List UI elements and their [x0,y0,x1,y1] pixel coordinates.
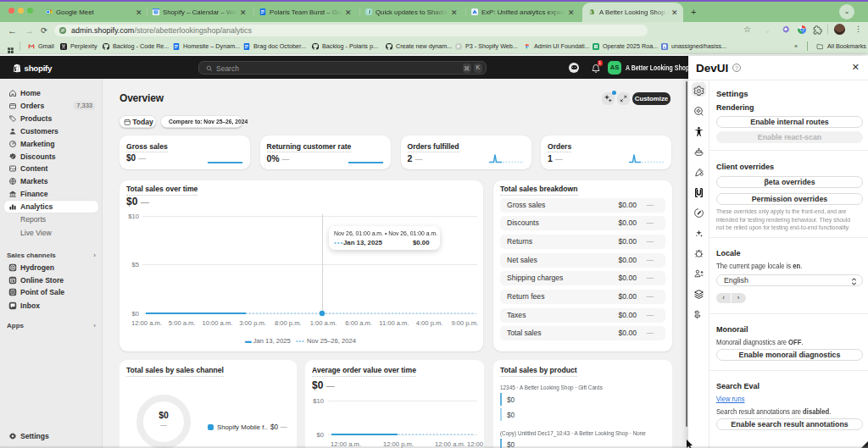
svg-text:26: 26 [154,10,159,14]
